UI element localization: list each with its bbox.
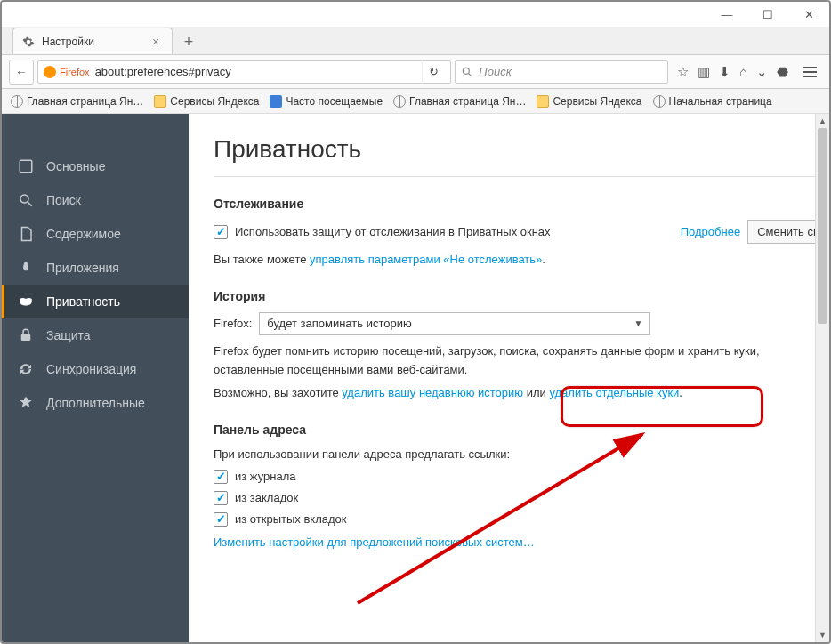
globe-icon bbox=[11, 95, 23, 108]
clear-recent-history-link[interactable]: удалить вашу недавнюю историю bbox=[342, 386, 523, 399]
sidebar-item-advanced[interactable]: Дополнительные bbox=[2, 386, 189, 420]
tracking-protection-checkbox[interactable] bbox=[214, 225, 228, 239]
sidebar-item-search[interactable]: Поиск bbox=[2, 183, 189, 217]
tracking-protection-label: Использовать защиту от отслеживания в Пр… bbox=[235, 225, 551, 238]
sidebar-item-security[interactable]: Защита bbox=[2, 318, 189, 352]
lock-icon bbox=[18, 327, 34, 343]
navigation-toolbar: ← Firefox about:preferences#privacy ↻ По… bbox=[2, 55, 829, 89]
history-mode-select[interactable]: будет запоминать историю ▼ bbox=[259, 312, 650, 335]
locationbar-intro: При использовании панели адреса предлага… bbox=[214, 446, 829, 464]
svg-line-1 bbox=[469, 73, 472, 76]
identity-box[interactable]: Firefox bbox=[44, 66, 90, 78]
svg-line-4 bbox=[28, 202, 32, 206]
general-icon bbox=[18, 158, 34, 174]
globe-icon bbox=[393, 95, 406, 108]
sidebar-item-general[interactable]: Основные bbox=[2, 149, 189, 183]
preferences-main: Приватность Отслеживание Использовать за… bbox=[189, 114, 829, 642]
folder-icon bbox=[154, 95, 166, 108]
url-bar[interactable]: Firefox about:preferences#privacy ↻ bbox=[37, 60, 451, 84]
tab-settings[interactable]: Настройки × bbox=[12, 28, 173, 54]
tab-close-button[interactable]: × bbox=[149, 35, 163, 49]
preferences-sidebar: Основные Поиск Содержимое Приложения При… bbox=[2, 114, 189, 642]
mask-icon bbox=[18, 294, 34, 310]
shield-icon[interactable]: ⬣ bbox=[777, 64, 788, 80]
bookmark-item[interactable]: Сервисы Яндекса bbox=[533, 93, 645, 109]
chevron-down-icon: ▼ bbox=[633, 318, 642, 328]
advanced-icon bbox=[18, 395, 34, 411]
history-mode-label: Firefox: bbox=[214, 317, 252, 330]
tracking-heading: Отслеживание bbox=[214, 197, 829, 211]
scroll-down-icon[interactable]: ▼ bbox=[816, 628, 829, 642]
reload-button[interactable]: ↻ bbox=[422, 60, 445, 84]
rocket-icon bbox=[18, 260, 34, 276]
scroll-up-icon[interactable]: ▲ bbox=[816, 114, 829, 128]
tracking-learn-more-link[interactable]: Подробнее bbox=[681, 225, 740, 238]
url-text: about:preferences#privacy bbox=[95, 65, 417, 78]
pocket-icon[interactable]: ⌄ bbox=[756, 64, 768, 80]
search-placeholder: Поиск bbox=[479, 65, 512, 78]
bookmark-item[interactable]: Часто посещаемые bbox=[266, 93, 386, 109]
scrollbar[interactable]: ▲ ▼ bbox=[815, 114, 829, 642]
svg-rect-2 bbox=[20, 160, 32, 173]
reader-icon[interactable]: ▥ bbox=[698, 64, 710, 80]
window-maximize[interactable]: ☐ bbox=[747, 2, 788, 27]
bookmark-item[interactable]: Сервисы Яндекса bbox=[150, 93, 262, 109]
home-icon[interactable]: ⌂ bbox=[739, 64, 747, 79]
sidebar-item-applications[interactable]: Приложения bbox=[2, 251, 189, 285]
back-button[interactable]: ← bbox=[9, 60, 34, 85]
folder-icon bbox=[537, 95, 549, 108]
identity-label: Firefox bbox=[60, 67, 90, 77]
downloads-icon[interactable]: ⬇ bbox=[719, 64, 730, 80]
scrollbar-thumb[interactable] bbox=[818, 128, 827, 324]
search-bar[interactable]: Поиск bbox=[455, 60, 668, 84]
suggest-opentabs-checkbox[interactable] bbox=[214, 512, 228, 527]
document-icon bbox=[18, 226, 34, 242]
sidebar-item-privacy[interactable]: Приватность bbox=[2, 285, 189, 318]
hamburger-menu[interactable] bbox=[797, 60, 822, 85]
svg-rect-5 bbox=[21, 334, 31, 342]
history-heading: История bbox=[214, 289, 829, 303]
bookmark-item[interactable]: Начальная страница bbox=[649, 93, 776, 109]
window-close[interactable]: ✕ bbox=[788, 2, 829, 27]
bookmark-star-icon[interactable]: ☆ bbox=[677, 64, 689, 80]
history-description: Firefox будет помнить историю посещений,… bbox=[214, 342, 829, 380]
bookmarks-toolbar: Главная страница Ян… Сервисы Яндекса Час… bbox=[2, 89, 829, 114]
page-icon bbox=[270, 95, 282, 108]
remove-individual-cookies-link[interactable]: удалить отдельные куки bbox=[549, 386, 679, 399]
sync-icon bbox=[18, 361, 34, 377]
svg-point-3 bbox=[20, 195, 28, 203]
tab-title: Настройки bbox=[42, 36, 141, 48]
locationbar-heading: Панель адреса bbox=[214, 423, 829, 437]
bookmark-item[interactable]: Главная страница Ян… bbox=[7, 93, 147, 109]
sidebar-item-sync[interactable]: Синхронизация bbox=[2, 352, 189, 386]
dnt-manage-link[interactable]: управлять параметрами «Не отслеживать» bbox=[310, 253, 542, 266]
window-titlebar: — ☐ ✕ bbox=[2, 2, 829, 27]
hamburger-icon bbox=[803, 67, 817, 77]
tab-strip: Настройки × + bbox=[2, 27, 829, 55]
suggest-history-checkbox[interactable] bbox=[214, 470, 228, 484]
gear-icon bbox=[22, 36, 35, 48]
globe-icon bbox=[653, 95, 666, 108]
sidebar-item-content[interactable]: Содержимое bbox=[2, 217, 189, 251]
search-icon bbox=[18, 192, 34, 208]
new-tab-button[interactable]: + bbox=[176, 29, 201, 54]
window-minimize[interactable]: — bbox=[706, 2, 747, 27]
bookmark-item[interactable]: Главная страница Ян… bbox=[390, 93, 529, 109]
suggest-bookmarks-checkbox[interactable] bbox=[214, 491, 228, 505]
change-search-suggestions-link[interactable]: Изменить настройки для предложений поиск… bbox=[214, 535, 535, 549]
firefox-icon bbox=[44, 66, 56, 78]
page-title: Приватность bbox=[214, 135, 829, 177]
svg-point-0 bbox=[464, 68, 470, 74]
search-icon bbox=[461, 66, 473, 78]
